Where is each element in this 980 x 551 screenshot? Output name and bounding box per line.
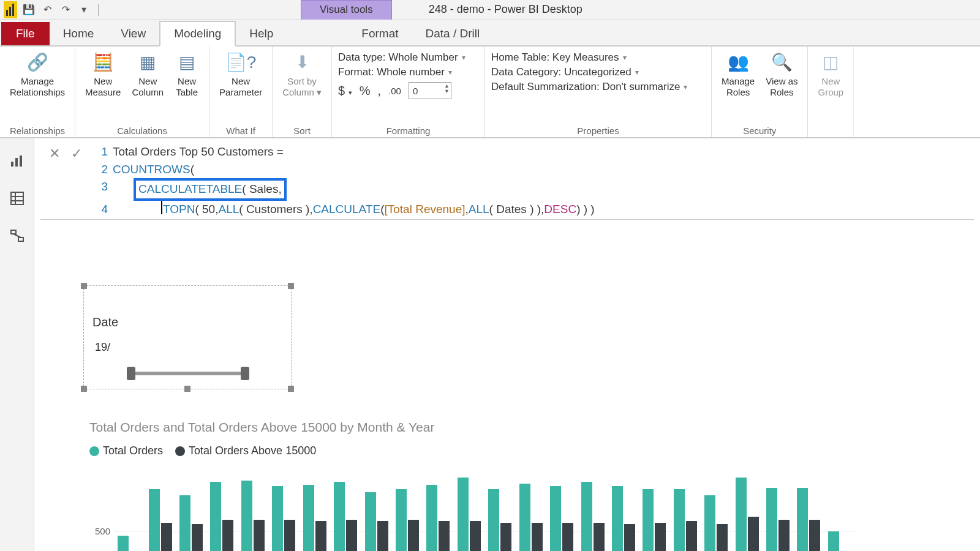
tab-help[interactable]: Help — [236, 22, 287, 45]
commit-formula-icon[interactable]: ✓ — [67, 144, 86, 163]
bar-total-orders[interactable] — [179, 495, 190, 552]
undo-icon[interactable]: ↶ — [40, 3, 54, 17]
new-measure-button[interactable]: 🧮New Measure — [81, 49, 124, 99]
view-roles-icon: 🔍 — [769, 50, 794, 75]
data-category-dropdown[interactable]: Data Category: Uncategorized▾ — [491, 66, 687, 78]
bar-total-orders-above-15000[interactable] — [284, 520, 295, 551]
thousands-button[interactable]: , — [377, 84, 381, 98]
bar-total-orders-above-15000[interactable] — [562, 523, 573, 551]
bar-total-orders-above-15000[interactable] — [192, 524, 203, 551]
bar-total-orders[interactable] — [303, 485, 314, 551]
resize-handle[interactable] — [81, 386, 87, 392]
save-icon[interactable]: 💾 — [22, 3, 36, 17]
dax-editor[interactable]: 1Total Orders Top 50 Customers = 2COUNTR… — [91, 142, 598, 219]
default-summarization-dropdown[interactable]: Default Summarization: Don't summarize▾ — [491, 81, 687, 93]
bar-total-orders[interactable] — [519, 484, 530, 552]
bar-total-orders-above-15000[interactable] — [717, 524, 728, 551]
bar-group: Mar 2018 — [577, 482, 608, 551]
bar-total-orders-above-15000[interactable] — [594, 523, 605, 551]
new-column-button[interactable]: ▦New Column — [128, 49, 167, 99]
bar-total-orders-above-15000[interactable] — [778, 520, 790, 551]
bars-container: Dec 2016Jan 2017Feb 2017Mar 2017Apr 2017… — [114, 466, 855, 551]
bar-total-orders[interactable] — [797, 488, 808, 551]
bar-total-orders-above-15000[interactable] — [439, 521, 450, 551]
report-view-icon[interactable] — [7, 151, 27, 170]
bar-total-orders[interactable] — [612, 486, 623, 551]
tab-format[interactable]: Format — [348, 22, 412, 45]
bar-group: May 2017 — [268, 486, 299, 551]
bar-total-orders-above-15000[interactable] — [532, 523, 543, 551]
bar-total-orders[interactable] — [334, 482, 345, 551]
currency-button[interactable]: $ ▾ — [338, 84, 352, 98]
bar-total-orders-above-15000[interactable] — [222, 520, 233, 551]
bar-total-orders-above-15000[interactable] — [748, 517, 759, 551]
bar-group: Jul 2017 — [330, 482, 361, 551]
tab-data-drill[interactable]: Data / Drill — [412, 22, 494, 45]
bar-total-orders[interactable] — [736, 478, 747, 551]
model-view-icon[interactable] — [7, 227, 27, 246]
bar-total-orders-above-15000[interactable] — [655, 523, 666, 551]
bar-total-orders[interactable] — [396, 489, 407, 551]
bar-total-orders[interactable] — [581, 482, 592, 551]
slicer-value-start[interactable]: 19/ — [95, 341, 110, 354]
clustered-column-chart[interactable]: Total Orders and Total Orders Above 1500… — [89, 420, 855, 551]
new-parameter-button[interactable]: 📄?New Parameter — [216, 49, 266, 99]
bar-total-orders[interactable] — [272, 486, 283, 551]
bar-total-orders-above-15000[interactable] — [686, 521, 697, 551]
bar-total-orders-above-15000[interactable] — [470, 521, 481, 551]
home-table-dropdown[interactable]: Home Table: Key Measures▾ — [491, 51, 687, 64]
bar-total-orders[interactable] — [766, 488, 777, 551]
bar-total-orders[interactable] — [674, 489, 685, 551]
bar-group: Sep 2018 — [763, 488, 793, 551]
bar-total-orders-above-15000[interactable] — [408, 520, 419, 551]
bar-total-orders[interactable] — [458, 478, 469, 551]
resize-handle[interactable] — [81, 283, 87, 289]
bar-total-orders[interactable] — [704, 495, 715, 552]
decimals-spinner[interactable]: 0▲▼ — [409, 82, 451, 99]
bar-total-orders[interactable] — [241, 481, 252, 551]
bar-total-orders-above-15000[interactable] — [315, 521, 326, 551]
data-type-dropdown[interactable]: Data type: Whole Number▾ — [338, 51, 466, 64]
bar-total-orders[interactable] — [426, 485, 437, 551]
bar-total-orders[interactable] — [643, 489, 654, 551]
tab-view[interactable]: View — [107, 22, 159, 45]
resize-handle[interactable] — [184, 386, 190, 392]
manage-relationships-button[interactable]: 🔗Manage Relationships — [6, 49, 69, 99]
resize-handle[interactable] — [288, 386, 294, 392]
date-slicer-visual[interactable]: Date 19/ — [83, 285, 292, 389]
view-as-roles-button[interactable]: 🔍View as Roles — [762, 49, 801, 99]
bar-total-orders-above-15000[interactable] — [624, 524, 635, 551]
manage-roles-button[interactable]: 👥Manage Roles — [718, 49, 758, 99]
tab-file[interactable]: File — [1, 22, 50, 45]
tab-modeling[interactable]: Modeling — [159, 21, 236, 47]
bar-total-orders-above-15000[interactable] — [346, 520, 357, 551]
bar-total-orders[interactable] — [149, 489, 160, 551]
bar-total-orders-above-15000[interactable] — [254, 520, 265, 551]
bar-total-orders[interactable] — [488, 489, 499, 551]
bar-total-orders[interactable] — [210, 482, 221, 551]
tab-home[interactable]: Home — [50, 22, 108, 45]
format-dropdown[interactable]: Format: Whole number▾ — [338, 66, 466, 78]
sort-by-column-button[interactable]: ⬇Sort by Column ▾ — [279, 49, 325, 99]
slicer-slider-track[interactable] — [127, 372, 249, 375]
chevron-down-icon: ▾ — [635, 68, 639, 77]
cancel-formula-icon[interactable]: ✕ — [45, 144, 64, 163]
chart-legend: Total Orders Total Orders Above 15000 — [89, 444, 855, 457]
bar-total-orders[interactable] — [550, 486, 561, 551]
redo-icon[interactable]: ↷ — [59, 3, 72, 17]
new-table-button[interactable]: ▤New Table — [171, 49, 203, 99]
new-group-button[interactable]: ◫New Group — [814, 49, 847, 99]
data-view-icon[interactable] — [7, 189, 27, 208]
bar-total-orders[interactable] — [365, 492, 376, 551]
bar-total-orders-above-15000[interactable] — [377, 521, 388, 551]
bar-total-orders-above-15000[interactable] — [500, 523, 511, 551]
slider-thumb-start[interactable] — [127, 367, 135, 380]
resize-handle[interactable] — [288, 283, 294, 289]
bar-total-orders[interactable] — [828, 531, 839, 551]
bar-total-orders-above-15000[interactable] — [809, 520, 820, 551]
bar-total-orders[interactable] — [118, 536, 129, 551]
percent-button[interactable]: % — [360, 84, 371, 98]
qat-dropdown-icon[interactable]: ▾ — [77, 3, 91, 17]
bar-total-orders-above-15000[interactable] — [161, 523, 172, 551]
slider-thumb-end[interactable] — [241, 367, 249, 380]
